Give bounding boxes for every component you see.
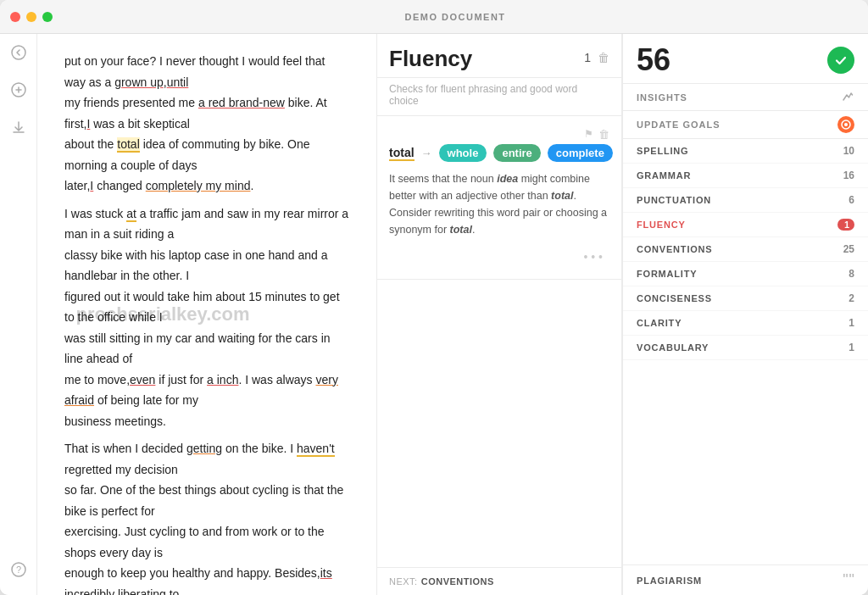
next-label: NEXT:	[389, 576, 418, 587]
category-clarity-count: 1	[837, 317, 854, 329]
category-fluency-name: FLUENCY	[637, 220, 837, 230]
underline-its: its	[320, 566, 332, 580]
category-formality[interactable]: FORMALITY 8	[623, 262, 868, 286]
category-vocabulary-count: 1	[837, 342, 854, 353]
category-fluency-count: 1	[837, 219, 854, 231]
suggestion-card: ⚑ 🗑 total → whole entire complete It see…	[377, 116, 621, 280]
category-punctuation-count: 6	[837, 194, 854, 206]
underline-completely: completely my mind	[146, 179, 251, 192]
trash-card-icon[interactable]: 🗑	[598, 128, 609, 141]
underline-grownup: grown up	[114, 75, 164, 89]
category-spelling-name: SPELLING	[637, 146, 837, 156]
titlebar: DEMO DOCUMENT	[0, 0, 868, 34]
underline-i2: I	[90, 179, 93, 192]
category-vocabulary-name: VOCABULARY	[637, 342, 837, 353]
suggestion-card-header: ⚑ 🗑	[389, 128, 609, 141]
close-button[interactable]	[10, 12, 20, 22]
category-grammar[interactable]: GRAMMAR 16	[623, 164, 868, 188]
arrow-icon: →	[421, 147, 432, 159]
underline-havent: haven't	[297, 442, 335, 457]
category-spelling[interactable]: SPELLING 10	[623, 139, 868, 164]
panel-footer: NEXT: CONVENTIONS	[377, 567, 621, 595]
category-clarity[interactable]: CLARITY 1	[623, 311, 868, 336]
category-vocabulary[interactable]: VOCABULARY 1	[623, 336, 868, 360]
traffic-lights	[10, 12, 53, 22]
category-conciseness[interactable]: CONCISENESS 2	[623, 286, 868, 311]
paragraph-2: I was stuck at a traffic jam and saw in …	[64, 203, 349, 432]
underline-until: until	[167, 75, 189, 89]
categories-list: SPELLING 10 GRAMMAR 16 PUNCTUATION 6 FLU…	[623, 139, 868, 564]
paragraph-3: That is when I decided getting on the bi…	[64, 438, 349, 595]
flag-icon[interactable]: ⚑	[584, 128, 593, 141]
update-goals-icon[interactable]	[837, 116, 854, 133]
left-sidebar: ?	[0, 34, 37, 595]
category-punctuation[interactable]: PUNCTUATION 6	[623, 188, 868, 213]
minimize-button[interactable]	[26, 12, 36, 22]
chip-entire[interactable]: entire	[493, 144, 540, 162]
category-formality-count: 8	[837, 268, 854, 280]
plagiarism-label: PLAGIARISM	[637, 576, 843, 586]
score-number: 56	[637, 42, 670, 78]
back-icon[interactable]	[7, 41, 31, 64]
fluency-count: 1	[584, 51, 591, 64]
category-conventions[interactable]: CONVENTIONS 25	[623, 237, 868, 262]
svg-point-5	[844, 123, 848, 126]
insights-label: INSIGHTS	[637, 92, 841, 103]
fluency-title: Fluency	[389, 46, 584, 72]
update-goals-label: UPDATE GOALS	[637, 120, 837, 130]
category-grammar-name: GRAMMAR	[637, 170, 837, 181]
underline-even: even	[130, 373, 155, 386]
add-icon[interactable]	[7, 78, 31, 102]
category-formality-name: FORMALITY	[637, 269, 837, 279]
category-conciseness-count: 2	[837, 292, 854, 304]
fluency-detail-panel: Fluency 1 🗑 Checks for fluent phrasing a…	[376, 34, 622, 595]
download-icon[interactable]	[7, 115, 31, 139]
underline-veryafraid: very afraid	[64, 373, 338, 408]
category-conciseness-name: CONCISENESS	[637, 293, 837, 303]
plagiarism-icon: "	[843, 571, 849, 589]
paragraph-1: put on your face? I never thought I woul…	[64, 51, 349, 197]
score-header: 56	[623, 34, 868, 84]
highlight-total: total	[117, 137, 139, 151]
fluency-header: Fluency 1 🗑	[377, 34, 621, 78]
chip-whole[interactable]: whole	[439, 144, 487, 162]
category-fluency[interactable]: FLUENCY 1	[623, 213, 868, 237]
suggestion-word-row: total → whole entire complete	[389, 144, 609, 162]
chip-complete[interactable]: complete	[548, 144, 613, 162]
plagiarism-row[interactable]: PLAGIARISM " "	[623, 564, 868, 595]
underline-i: I	[86, 117, 90, 131]
category-conventions-count: 25	[837, 243, 854, 255]
category-spelling-count: 10	[837, 145, 854, 157]
fluency-subtitle: Checks for fluent phrasing and good word…	[377, 78, 621, 116]
category-clarity-name: CLARITY	[637, 318, 837, 328]
update-goals-bar[interactable]: UPDATE GOALS	[623, 111, 868, 139]
plagiarism-icon2: "	[849, 571, 854, 589]
trash-icon[interactable]: 🗑	[598, 51, 609, 64]
underline-total: total	[117, 137, 139, 153]
svg-point-0	[12, 46, 25, 59]
category-punctuation-name: PUNCTUATION	[637, 195, 837, 205]
underline-ainch: a inch	[207, 373, 238, 386]
next-value: CONVENTIONS	[421, 576, 494, 587]
category-grammar-count: 16	[837, 170, 854, 181]
maximize-button[interactable]	[42, 12, 53, 22]
insights-icon	[841, 89, 854, 105]
category-conventions-name: CONVENTIONS	[637, 244, 837, 254]
editor-area[interactable]: prochserialkey.com put on your face? I n…	[37, 34, 376, 595]
document-title: DEMO DOCUMENT	[53, 12, 858, 22]
svg-text:?: ?	[16, 564, 21, 575]
right-panel: 56 INSIGHTS UPDATE GOALS	[622, 34, 868, 595]
suggestion-explanation: It seems that the noun idea might combin…	[389, 170, 609, 238]
help-icon[interactable]: ?	[7, 558, 31, 581]
underline-redbrand: a red brand-new	[198, 96, 285, 109]
underline-getting: getting	[186, 442, 222, 455]
main-content: ? prochserialkey.com put on your face? I…	[0, 34, 868, 595]
fluency-header-icons: 1 🗑	[584, 51, 609, 64]
three-dots-icon[interactable]: • • •	[577, 247, 609, 267]
insights-bar[interactable]: INSIGHTS	[623, 84, 868, 111]
app-window: DEMO DOCUMENT	[0, 0, 868, 595]
underline-at: at	[126, 207, 136, 222]
score-icon[interactable]	[827, 47, 854, 74]
original-word: total	[389, 146, 415, 161]
